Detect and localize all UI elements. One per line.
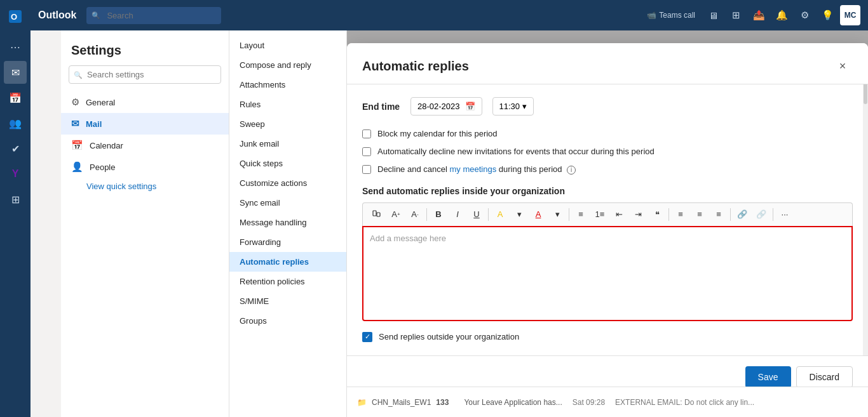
font-color-button[interactable]: A [529,206,547,223]
sub-nav-smime[interactable]: S/MIME [229,291,346,311]
message-editor[interactable]: Add a message here [362,226,853,321]
highlight-button[interactable]: A [491,206,509,223]
align-center-button[interactable]: ≡ [691,206,709,223]
mail-icon: ✉ [71,118,79,129]
mail-send-icon[interactable]: 📤 [749,5,769,25]
italic-button[interactable]: I [449,206,466,223]
topbar-brand: Outlook [38,10,76,21]
topbar-search-input[interactable] [86,7,221,24]
align-left-button[interactable]: ≡ [672,206,689,223]
block-calendar-checkbox[interactable] [362,129,371,138]
monitor-icon[interactable]: 🖥 [703,5,723,25]
font-color-dropdown-button[interactable]: ▾ [548,206,566,223]
discard-button[interactable]: Discard [796,366,853,388]
format-painter-button[interactable] [368,206,386,223]
sub-nav-retention-policies[interactable]: Retention policies [229,272,346,291]
bottom-bar: 📁 CHN_Mails_EW1 133 Your Leave Applicati… [347,387,868,417]
indent-less-button[interactable]: ⇤ [610,206,628,223]
send-outside-row: Send replies outside your organization [362,331,853,343]
insert-link-button[interactable]: 🔗 [733,206,751,223]
nav-apps-icon[interactable]: ⋯ [4,36,27,58]
end-time-picker[interactable]: 11:30 ▾ [492,97,534,116]
view-quick-settings-link[interactable]: View quick settings [61,178,229,195]
section-header: Send automatic replies inside your organ… [362,186,853,196]
decline-invitations-checkbox[interactable] [362,147,371,156]
settings-search-input[interactable] [69,65,221,84]
main-layout: Settings ⚙ General ✉ Mail 📅 Calendar 👤 P… [61,30,868,417]
app-brand: O [4,5,27,28]
bullets-button[interactable]: ≡ [572,206,590,223]
indent-more-button[interactable]: ⇥ [629,206,647,223]
nav-tasks-icon[interactable]: ✔ [4,137,27,160]
nav-yammer-icon[interactable]: Y [4,162,27,185]
send-outside-checkbox[interactable] [362,332,372,342]
more-options-button[interactable]: ··· [776,206,794,223]
save-button[interactable]: Save [745,366,791,388]
toolbar-separator-1 [426,208,427,221]
toolbar-separator-6 [773,208,773,221]
sub-nav-layout[interactable]: Layout [229,36,346,55]
toolbar-separator-2 [488,208,489,221]
sub-nav-sync-email[interactable]: Sync email [229,193,346,213]
nav-mail-icon[interactable]: ✉ [4,61,27,84]
time-row: End time 28-02-2023 📅 11:30 ▾ [362,97,853,116]
modal-scrollbar[interactable] [863,74,868,398]
block-calendar-label: Block my calendar for this period [377,128,498,140]
nav-people-icon[interactable]: 👥 [4,112,27,135]
checkbox-decline-cancel-row: Decline and cancel my meetings during th… [362,164,853,175]
svg-rect-3 [377,213,380,216]
send-outside-label: Send replies outside your organization [379,331,519,343]
topbar-actions: 📹 Teams call 🖥 ⊞ 📤 🔔 ⚙ 💡 MC [642,5,860,25]
calendar-icon: 📅 [71,140,83,151]
nav-general[interactable]: ⚙ General [61,91,229,113]
sub-nav-rules[interactable]: Rules [229,95,346,114]
grid-icon[interactable]: ⊞ [726,5,746,25]
bold-button[interactable]: B [430,206,447,223]
decline-cancel-checkbox[interactable] [362,165,371,174]
sub-nav: Layout Compose and reply Attachments Rul… [229,30,347,417]
underline-button[interactable]: U [468,206,485,223]
checkbox-decline-invitations-row: Automatically decline new invitations fo… [362,146,853,157]
end-time-value: 11:30 [499,102,520,111]
nav-calendar[interactable]: 📅 Calendar [61,135,229,156]
modal-header: Automatic replies × [347,43,868,84]
avatar[interactable]: MC [840,5,860,25]
help-icon[interactable]: 💡 [817,5,837,25]
nav-more-icon[interactable]: ⊞ [4,188,27,211]
sub-nav-groups[interactable]: Groups [229,311,346,331]
font-size-up-button[interactable]: A+ [387,206,405,223]
highlight-dropdown-button[interactable]: ▾ [510,206,528,223]
font-size-down-button[interactable]: A- [406,206,424,223]
remove-link-button[interactable]: 🔗 [752,206,770,223]
gear-icon[interactable]: ⚙ [794,5,815,25]
modal-close-button[interactable]: × [832,56,853,76]
search-wrap [86,7,341,24]
sub-nav-junk-email[interactable]: Junk email [229,134,346,154]
sub-nav-customize-actions[interactable]: Customize actions [229,173,346,193]
modal-title: Automatic replies [362,59,469,74]
nav-calendar-icon[interactable]: 📅 [4,86,27,109]
toolbar-separator-5 [730,208,731,221]
sub-nav-sweep[interactable]: Sweep [229,114,346,134]
teams-call-button[interactable]: 📹 Teams call [642,8,700,22]
svg-rect-2 [373,211,376,216]
sub-nav-message-handling[interactable]: Message handling [229,213,346,232]
nav-people[interactable]: 👤 People [61,156,229,178]
sub-nav-compose-reply[interactable]: Compose and reply [229,55,346,75]
automatic-replies-modal: Automatic replies × End time [347,43,868,398]
bell-icon[interactable]: 🔔 [771,5,792,25]
align-right-button[interactable]: ≡ [710,206,728,223]
end-time-label: End time [362,102,400,112]
main-content: Automatic replies × End time [347,30,868,417]
sub-nav-attachments[interactable]: Attachments [229,75,346,95]
sub-nav-automatic-replies[interactable]: Automatic replies [229,252,346,272]
quote-button[interactable]: ❝ [648,206,666,223]
decline-invitations-label: Automatically decline new invitations fo… [377,146,654,157]
end-date-picker[interactable]: 28-02-2023 📅 [410,97,482,116]
sub-nav-forwarding[interactable]: Forwarding [229,232,346,252]
modal-overlay: Automatic replies × End time [347,30,868,417]
modal-body: End time 28-02-2023 📅 11:30 ▾ [347,84,868,355]
nav-mail[interactable]: ✉ Mail [61,113,229,135]
sub-nav-quick-steps[interactable]: Quick steps [229,154,346,173]
numbering-button[interactable]: 1≡ [591,206,609,223]
